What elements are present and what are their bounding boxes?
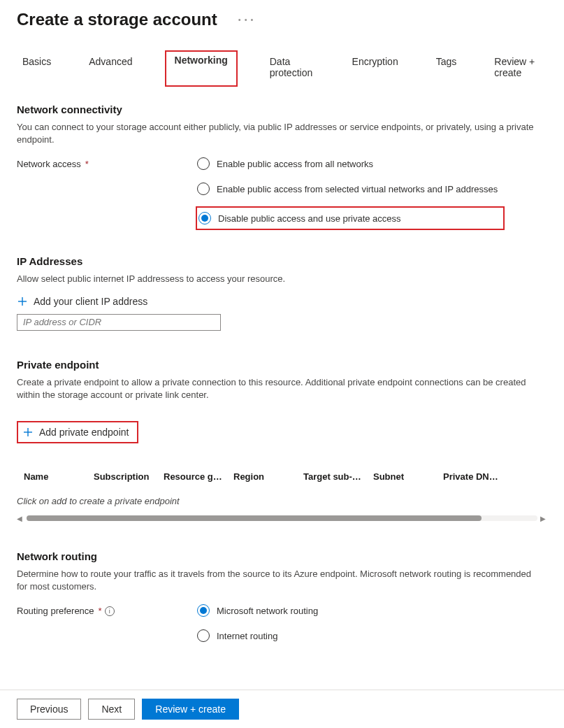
info-icon[interactable]: i bbox=[105, 606, 115, 616]
scroll-thumb[interactable] bbox=[27, 515, 482, 521]
radio-label: Microsoft network routing bbox=[217, 606, 318, 616]
col-private-dns[interactable]: Private DN… bbox=[443, 471, 520, 482]
tab-review-create[interactable]: Review + create bbox=[489, 50, 547, 87]
table-empty-text: Click on add to create a private endpoin… bbox=[17, 494, 547, 513]
routing-preference-radio-group: Microsoft network routing Internet routi… bbox=[196, 603, 325, 643]
radio-label: Disable public access and use private ac… bbox=[218, 213, 401, 224]
add-private-endpoint-link[interactable]: Add private endpoint bbox=[17, 421, 138, 443]
required-asterisk: * bbox=[85, 159, 89, 169]
scroll-left-icon[interactable]: ◀ bbox=[17, 515, 24, 522]
ip-addresses-heading: IP Addresses bbox=[17, 255, 547, 267]
radio-icon bbox=[197, 629, 210, 642]
network-access-radio-group: Enable public access from all networks E… bbox=[196, 156, 505, 230]
radio-icon bbox=[197, 157, 210, 170]
plus-icon bbox=[22, 427, 34, 438]
more-menu-icon[interactable]: • • • bbox=[238, 15, 254, 24]
next-button[interactable]: Next bbox=[88, 699, 135, 720]
radio-public-selected[interactable]: Enable public access from selected virtu… bbox=[196, 181, 505, 197]
radio-icon bbox=[197, 183, 210, 195]
add-client-ip-link[interactable]: Add your client IP address bbox=[17, 296, 547, 307]
tab-networking[interactable]: Networking bbox=[165, 50, 238, 87]
tab-advanced[interactable]: Advanced bbox=[83, 50, 138, 87]
required-asterisk: * bbox=[99, 606, 102, 616]
network-routing-description: Determine how to route your traffic as i… bbox=[17, 568, 534, 593]
radio-public-all[interactable]: Enable public access from all networks bbox=[196, 156, 505, 171]
tab-data-protection[interactable]: Data protection bbox=[264, 50, 320, 87]
tab-tags[interactable]: Tags bbox=[431, 50, 463, 87]
page-title: Create a storage account bbox=[17, 10, 217, 29]
review-create-button[interactable]: Review + create bbox=[142, 699, 239, 720]
routing-preference-label: Routing preference* i bbox=[17, 603, 196, 616]
radio-label: Enable public access from all networks bbox=[217, 159, 373, 169]
radio-internet-routing[interactable]: Internet routing bbox=[196, 628, 325, 643]
col-resource-group[interactable]: Resource g… bbox=[164, 471, 233, 482]
network-connectivity-description: You can connect to your storage account … bbox=[17, 121, 534, 146]
radio-disable-public[interactable]: Disable public access and use private ac… bbox=[196, 206, 505, 230]
table-horizontal-scrollbar[interactable]: ◀ ▶ bbox=[17, 515, 547, 522]
private-endpoint-table: Name Subscription Resource g… Region Tar… bbox=[17, 469, 547, 522]
add-private-endpoint-label: Add private endpoint bbox=[39, 427, 129, 438]
tab-basics[interactable]: Basics bbox=[17, 50, 57, 87]
radio-icon bbox=[198, 212, 211, 224]
col-subscription[interactable]: Subscription bbox=[94, 471, 164, 482]
radio-microsoft-routing[interactable]: Microsoft network routing bbox=[196, 603, 325, 618]
col-target-sub[interactable]: Target sub-… bbox=[303, 471, 373, 482]
radio-icon bbox=[197, 604, 210, 617]
wizard-footer: Previous Next Review + create bbox=[0, 690, 564, 728]
tab-encryption[interactable]: Encryption bbox=[347, 50, 404, 87]
network-connectivity-heading: Network connectivity bbox=[17, 104, 547, 115]
previous-button[interactable]: Previous bbox=[17, 699, 81, 720]
scroll-right-icon[interactable]: ▶ bbox=[540, 515, 547, 522]
private-endpoint-heading: Private endpoint bbox=[17, 359, 547, 371]
wizard-tabs: Basics Advanced Networking Data protecti… bbox=[0, 34, 564, 87]
radio-label: Internet routing bbox=[217, 631, 277, 641]
network-routing-heading: Network routing bbox=[17, 550, 547, 562]
add-client-ip-label: Add your client IP address bbox=[34, 296, 147, 307]
plus-icon bbox=[17, 296, 28, 307]
scroll-track[interactable] bbox=[27, 515, 537, 521]
private-endpoint-description: Create a private endpoint to allow a pri… bbox=[17, 376, 534, 401]
network-access-label: Network access* bbox=[17, 156, 196, 169]
radio-label: Enable public access from selected virtu… bbox=[217, 184, 498, 194]
ip-address-input[interactable] bbox=[17, 314, 221, 331]
col-name[interactable]: Name bbox=[24, 471, 94, 482]
col-region[interactable]: Region bbox=[233, 471, 303, 482]
col-subnet[interactable]: Subnet bbox=[373, 471, 443, 482]
ip-addresses-description: Allow select public internet IP addresse… bbox=[17, 273, 534, 285]
